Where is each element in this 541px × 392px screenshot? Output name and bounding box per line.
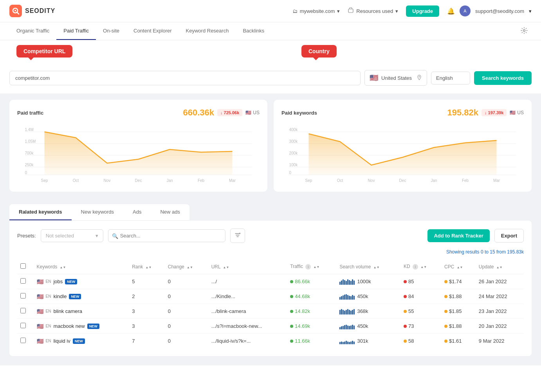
vol-bar	[346, 341, 347, 344]
upgrade-button[interactable]: Upgrade	[406, 5, 439, 17]
cpc-indicator	[444, 295, 447, 298]
svg-text:Feb: Feb	[462, 178, 469, 183]
vol-bar	[352, 325, 353, 329]
add-to-rank-tracker-button[interactable]: Add to Rank Tracker	[427, 229, 489, 242]
nav-item-content-explorer[interactable]: Content Explorer	[126, 22, 179, 40]
table-header: Keywords ▲▼ Rank ▲▼ Change ▲▼ URL ▲▼ Tra…	[17, 259, 524, 274]
vol-bar	[350, 342, 352, 344]
col-cpc[interactable]: CPC ▲▼	[441, 259, 476, 274]
col-keywords[interactable]: Keywords ▲▼	[34, 259, 129, 274]
svg-text:700k: 700k	[25, 151, 34, 155]
col-traffic[interactable]: Traffic i ▲▼	[287, 259, 336, 274]
vol-bar	[349, 280, 350, 285]
logo-text: SEODITY	[25, 7, 55, 14]
row-checkbox[interactable]	[20, 323, 26, 328]
col-update[interactable]: Update ▲▼	[476, 259, 524, 274]
keyword-search-input[interactable]	[108, 229, 225, 242]
tab-related-keywords[interactable]: Ralated keywords	[9, 204, 72, 220]
vol-bar	[347, 295, 348, 300]
rank-cell: 2	[129, 289, 165, 304]
traffic-cell: 14.82k	[287, 304, 336, 319]
search-icon: 🔍	[112, 233, 118, 239]
header-site-selector[interactable]: 🗂 mywebsite.com ▾	[292, 8, 340, 14]
row-checkbox[interactable]	[20, 278, 26, 284]
svg-text:Feb: Feb	[198, 178, 205, 183]
row-flag-icon: 🇺🇸	[37, 293, 43, 300]
new-badge: NEW	[65, 279, 77, 284]
row-checkbox[interactable]	[20, 338, 26, 343]
nav-item-on-site[interactable]: On-site	[96, 22, 126, 40]
vol-bar	[343, 279, 344, 285]
sort-kd-icon[interactable]: ▲▼	[420, 266, 427, 269]
nav-item-organic-traffic[interactable]: Organic Traffic	[9, 22, 56, 40]
row-flag-icon: 🇺🇸	[37, 279, 43, 285]
vol-bar	[339, 297, 341, 300]
sort-cpc-icon[interactable]: ▲▼	[457, 266, 463, 269]
competitor-url-input[interactable]	[9, 71, 361, 85]
volume-cell: 450k	[336, 319, 400, 334]
vol-bar	[343, 310, 344, 315]
url-input-wrapper	[9, 71, 361, 85]
tab-ads[interactable]: Ads	[123, 204, 151, 220]
url-cell: .../	[208, 274, 287, 289]
vol-bar	[352, 279, 353, 285]
sort-url-icon[interactable]: ▲▼	[223, 266, 229, 269]
vol-bar	[353, 281, 355, 285]
cpc-indicator	[444, 280, 447, 283]
row-checkbox[interactable]	[20, 293, 26, 298]
col-rank[interactable]: Rank ▲▼	[129, 259, 165, 274]
kd-indicator	[404, 325, 407, 328]
notification-bell-icon[interactable]: 🔔	[447, 7, 455, 15]
col-url[interactable]: URL ▲▼	[208, 259, 287, 274]
svg-text:250k: 250k	[25, 163, 34, 167]
vol-bar	[341, 326, 342, 329]
vol-bar	[349, 310, 350, 315]
vol-bar	[350, 325, 352, 329]
presets-dropdown[interactable]: Not selected ▾	[41, 229, 103, 242]
nav-settings-icon[interactable]	[517, 23, 532, 39]
country-selector[interactable]: 🇺🇸 United States	[364, 70, 427, 86]
col-checkbox	[17, 259, 34, 274]
url-cell: .../Kindle...	[208, 289, 287, 304]
filter-icon	[234, 232, 241, 238]
new-badge: NEW	[73, 338, 85, 344]
change-value: 725.06k	[224, 110, 240, 115]
sort-change-icon[interactable]: ▲▼	[187, 266, 193, 269]
vol-bar	[350, 281, 352, 285]
table-row: 🇺🇸 EN kindle NEW 2 0 .../Kindle...	[17, 289, 524, 304]
nav-item-keyword-research[interactable]: Keyword Research	[179, 22, 236, 40]
sort-rank-icon[interactable]: ▲▼	[146, 266, 152, 269]
vol-bar	[353, 325, 355, 329]
col-kd[interactable]: KD i ▲▼	[400, 259, 441, 274]
sort-traffic-icon[interactable]: ▲▼	[314, 266, 320, 269]
tab-new-ads[interactable]: New ads	[151, 204, 189, 220]
row-checkbox[interactable]	[20, 308, 26, 313]
search-keywords-button[interactable]: Search keywords	[474, 71, 532, 85]
col-search-volume[interactable]: Search volume ▲▼	[336, 259, 400, 274]
language-selector[interactable]: English	[431, 72, 470, 85]
sort-update-icon[interactable]: ▲▼	[496, 266, 503, 269]
svg-rect-3	[348, 9, 353, 13]
col-change[interactable]: Change ▲▼	[165, 259, 208, 274]
vol-bar	[344, 295, 345, 300]
export-button[interactable]: Export	[494, 229, 524, 243]
tab-new-keywords[interactable]: New keywords	[72, 204, 124, 220]
nav-item-backlinks[interactable]: Backlinks	[236, 22, 271, 40]
header-resources[interactable]: Resources used ▾	[348, 7, 398, 15]
traffic-info-icon[interactable]: i	[305, 264, 311, 270]
search-bar: 🇺🇸 United States English Search keywords	[0, 62, 541, 94]
filter-sort-button[interactable]	[230, 228, 245, 243]
select-all-checkbox[interactable]	[20, 263, 26, 269]
sort-keywords-icon[interactable]: ▲▼	[60, 266, 66, 269]
svg-point-4	[523, 30, 525, 32]
url-cell: .../s?i=macbook-new...	[208, 319, 287, 334]
table-row: 🇺🇸 EN jobs NEW 5 0 .../ 8	[17, 274, 524, 289]
volume-cell: 301k	[336, 334, 400, 349]
kd-info-icon[interactable]: i	[413, 264, 418, 270]
sort-volume-icon[interactable]: ▲▼	[373, 266, 380, 269]
keywords-table: Keywords ▲▼ Rank ▲▼ Change ▲▼ URL ▲▼ Tra…	[17, 259, 524, 348]
nav-item-paid-traffic[interactable]: Paid Traffic	[56, 22, 96, 40]
table-row: 🇺🇸 EN macbook new NEW 3 0 .../s?i=macboo…	[17, 319, 524, 334]
user-email[interactable]: support@seodity.com	[475, 8, 524, 14]
user-menu-chevron-icon[interactable]: ▾	[529, 8, 532, 14]
